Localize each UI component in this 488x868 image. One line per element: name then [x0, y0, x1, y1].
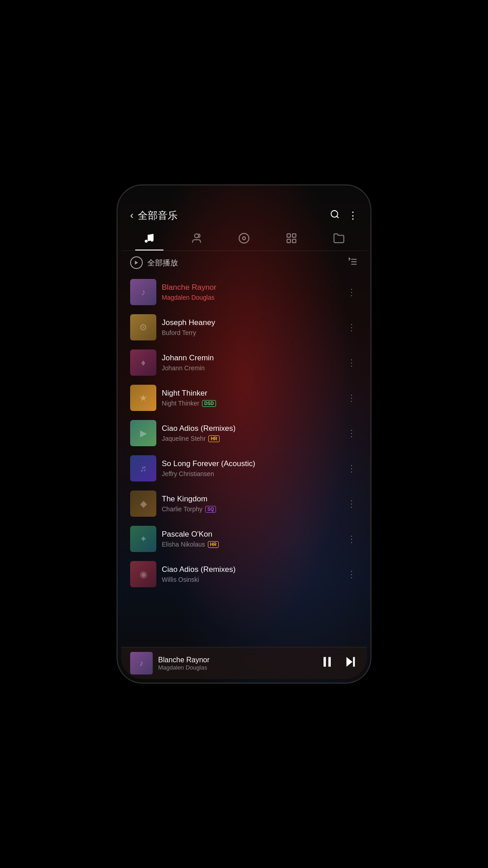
song-info: Night Thinker Night Thinker DSD — [162, 389, 340, 407]
song-info: Johann Cremin Johann Cremin — [162, 354, 340, 372]
song-info: Blanche Raynor Magdalen Douglas — [162, 283, 340, 301]
status-bar — [121, 189, 367, 205]
list-item[interactable]: ♪ Blanche Raynor Magdalen Douglas ⋮ — [121, 274, 367, 310]
tab-folders[interactable] — [315, 228, 362, 250]
song-thumbnail: ✦ — [130, 526, 156, 552]
now-playing-artist: Magdalen Douglas — [158, 664, 320, 671]
song-meta: Buford Terry — [162, 329, 340, 336]
song-more-button[interactable]: ⋮ — [345, 322, 358, 333]
song-more-button[interactable]: ⋮ — [345, 463, 358, 474]
song-meta: Johann Cremin — [162, 364, 340, 372]
now-playing-info: Blanche Raynor Magdalen Douglas — [158, 656, 320, 671]
song-meta: Jaqueline Stehr HR — [162, 435, 340, 442]
song-more-button[interactable]: ⋮ — [345, 533, 358, 544]
now-playing-thumb: ♪ — [130, 652, 153, 675]
svg-rect-13 — [324, 657, 326, 666]
song-meta: Willis Osinski — [162, 576, 340, 583]
song-thumbnail: ◆ — [130, 491, 156, 517]
pause-button[interactable] — [320, 655, 334, 672]
song-title: Blanche Raynor — [162, 283, 340, 292]
song-more-button[interactable]: ⋮ — [345, 392, 358, 403]
song-title: The Kingdom — [162, 495, 340, 504]
tab-artists[interactable] — [173, 228, 221, 250]
now-playing-bar[interactable]: ♪ Blanche Raynor Magdalen Douglas — [121, 647, 367, 679]
search-icon[interactable] — [330, 209, 340, 222]
svg-point-4 — [243, 237, 246, 240]
song-thumbnail: ♦ — [130, 349, 156, 376]
playlist-icon — [286, 232, 297, 247]
song-artist: Jeffry Christiansen — [162, 470, 214, 477]
song-artist: Willis Osinski — [162, 576, 199, 583]
song-thumbnail: ♪ — [130, 279, 156, 305]
music-note-icon — [143, 232, 155, 247]
song-artist: Jaqueline Stehr — [162, 435, 206, 442]
list-item[interactable]: ◉ Ciao Adios (Remixes) Willis Osinski ⋮ — [121, 557, 367, 592]
album-icon — [238, 232, 250, 247]
page-title: 全部音乐 — [138, 209, 330, 222]
song-info: Pascale O'Kon Elisha Nikolaus HR — [162, 530, 340, 548]
next-button[interactable] — [343, 655, 358, 672]
phone-device: ‹ 全部音乐 ⋮ — [117, 185, 371, 683]
svg-rect-7 — [287, 239, 291, 243]
song-more-button[interactable]: ⋮ — [345, 357, 358, 368]
song-artist: Magdalen Douglas — [162, 294, 215, 301]
song-meta: Jeffry Christiansen — [162, 470, 340, 477]
tab-bar — [121, 228, 367, 251]
song-title: Ciao Adios (Remixes) — [162, 565, 340, 574]
song-more-button[interactable]: ⋮ — [345, 498, 358, 509]
song-meta: Night Thinker DSD — [162, 400, 340, 407]
sort-icon[interactable] — [348, 257, 358, 269]
list-item[interactable]: ★ Night Thinker Night Thinker DSD ⋮ — [121, 380, 367, 415]
quality-badge: HR — [208, 435, 219, 442]
tab-playlists[interactable] — [267, 228, 315, 250]
song-meta: Charlie Torphy SQ — [162, 505, 340, 513]
song-thumbnail: ♬ — [130, 455, 156, 481]
song-info: The Kingdom Charlie Torphy SQ — [162, 495, 340, 513]
header: ‹ 全部音乐 ⋮ — [121, 205, 367, 228]
song-meta: Elisha Nikolaus HR — [162, 541, 340, 548]
svg-marker-15 — [347, 657, 352, 666]
quality-badge: DSD — [202, 400, 216, 407]
song-title: Ciao Adios (Remixes) — [162, 424, 340, 433]
svg-rect-6 — [292, 234, 296, 237]
song-title: Pascale O'Kon — [162, 530, 340, 539]
svg-rect-14 — [328, 657, 331, 666]
now-playing-title: Blanche Raynor — [158, 656, 320, 664]
svg-point-0 — [331, 211, 338, 217]
list-item[interactable]: ⚙ Joseph Heaney Buford Terry ⋮ — [121, 310, 367, 345]
back-button[interactable]: ‹ — [130, 210, 133, 222]
song-info: Ciao Adios (Remixes) Jaqueline Stehr HR — [162, 424, 340, 442]
song-info: Ciao Adios (Remixes) Willis Osinski — [162, 565, 340, 583]
svg-line-1 — [337, 216, 338, 218]
tab-albums[interactable] — [221, 228, 268, 250]
artist-icon — [191, 232, 202, 247]
tab-songs[interactable] — [126, 228, 173, 250]
song-artist: Johann Cremin — [162, 364, 205, 372]
song-title: So Long Forever (Acoustic) — [162, 459, 340, 468]
song-more-button[interactable]: ⋮ — [345, 287, 358, 297]
song-more-button[interactable]: ⋮ — [345, 428, 358, 439]
svg-point-3 — [239, 233, 249, 243]
song-thumbnail: ▶ — [130, 420, 156, 446]
list-item[interactable]: ♬ So Long Forever (Acoustic) Jeffry Chri… — [121, 451, 367, 486]
list-item[interactable]: ◆ The Kingdom Charlie Torphy SQ ⋮ — [121, 486, 367, 521]
song-title: Night Thinker — [162, 389, 340, 398]
play-all-left: 全部播放 — [130, 256, 348, 269]
more-menu-icon[interactable]: ⋮ — [348, 210, 358, 222]
song-artist: Elisha Nikolaus — [162, 541, 205, 548]
list-item[interactable]: ✦ Pascale O'Kon Elisha Nikolaus HR ⋮ — [121, 521, 367, 557]
song-meta: Magdalen Douglas — [162, 294, 340, 301]
song-thumbnail: ⚙ — [130, 314, 156, 340]
play-all-row[interactable]: 全部播放 — [121, 251, 367, 274]
folder-icon — [333, 232, 345, 247]
song-title: Johann Cremin — [162, 354, 340, 363]
song-list: ♪ Blanche Raynor Magdalen Douglas ⋮ ⚙ Jo… — [121, 274, 367, 647]
quality-badge: HR — [208, 541, 219, 548]
list-item[interactable]: ♦ Johann Cremin Johann Cremin ⋮ — [121, 345, 367, 380]
play-all-label: 全部播放 — [147, 258, 178, 268]
list-item[interactable]: ▶ Ciao Adios (Remixes) Jaqueline Stehr H… — [121, 415, 367, 451]
header-icons: ⋮ — [330, 209, 358, 222]
song-more-button[interactable]: ⋮ — [345, 569, 358, 580]
svg-rect-16 — [353, 657, 355, 666]
svg-marker-9 — [135, 261, 138, 265]
